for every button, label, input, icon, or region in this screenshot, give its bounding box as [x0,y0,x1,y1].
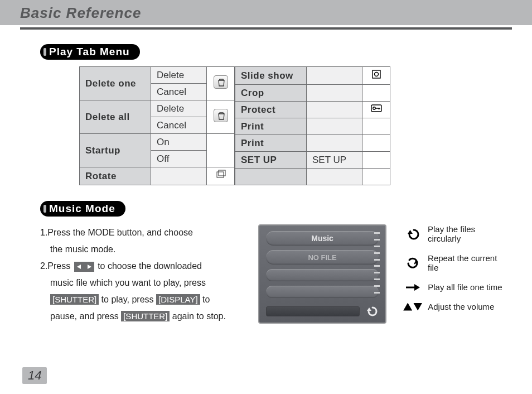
menu-value: Delete [151,100,207,117]
up-down-arrows-icon [405,303,420,311]
menu-value [307,67,362,85]
menu-table-left: Delete one Delete Cancel Delete all Dele… [79,66,235,185]
menu-value: On [151,134,207,151]
svg-point-3 [374,73,378,76]
menu-value [307,135,362,152]
slideshow-icon [371,71,381,81]
key-icon [371,104,382,115]
svg-marker-6 [77,265,81,269]
legend-text: Play all file one time [428,282,502,292]
step-line: music file which you want to play, press [40,275,243,291]
svg-rect-2 [373,70,380,78]
menu-icon-cell [207,100,235,134]
menu-icon-cell [362,118,390,135]
music-mode-steps: 1.Press the MODE button, and choose the … [40,224,243,325]
step-line: pause, and press [SHUTTER] again to stop… [40,308,243,325]
repeat-one-icon [405,257,420,269]
menu-label-setup: SET UP [235,152,307,169]
menu-icon-cell [207,67,235,100]
menu-value [307,102,362,118]
menu-icon-cell [207,134,235,167]
svg-marker-9 [408,230,413,234]
header-bar: Basic Reference [0,0,532,25]
display-key: [DISPLAY] [156,294,200,305]
menu-icon-cell [207,167,235,185]
menu-value [307,118,362,135]
loop-all-icon [405,228,420,240]
menu-icon-cell [362,152,390,169]
legend-text: Play the files circularly [428,224,510,243]
menu-label-startup: Startup [80,134,151,167]
menu-label-protect: Protect [235,102,307,118]
menu-value [307,85,362,102]
left-right-arrows-icon [74,262,94,272]
shutter-key: [SHUTTER] [121,311,170,321]
step-text: 2.Press [40,261,70,271]
svg-marker-12 [414,284,420,291]
svg-rect-0 [217,172,224,177]
icon-legend: Play the files circularly Repeat the cur… [405,224,510,325]
step-line: 1.Press the MODE button, and choose [40,224,243,241]
step-text: pause, and press [50,311,119,321]
svg-point-5 [373,107,375,109]
menu-label-delete-one: Delete one [80,67,151,100]
menu-value [151,167,207,185]
progress-bar [266,306,360,316]
svg-rect-1 [219,170,225,176]
legend-text: Adjust the volume [428,302,494,311]
play-once-icon [405,284,420,291]
screen-title-bar: Music [266,231,379,246]
menu-value: Cancel [151,117,207,134]
screen-empty-bar [266,286,379,298]
menu-value: Cancel [151,84,207,100]
trash-icon [214,75,228,89]
back-icon [365,305,379,318]
shutter-key: [SHUTTER] [50,294,99,305]
step-text: again to stop. [170,311,226,321]
menu-value: Off [151,151,207,167]
menu-label-delete-all: Delete all [80,100,151,134]
menu-label-rotate: Rotate [80,167,151,185]
menu-empty [307,169,362,185]
svg-marker-8 [367,307,371,311]
page-title: Basic Reference [20,4,532,22]
menu-value: Delete [151,67,207,84]
menu-icon-cell [362,135,390,152]
legend-text: Repeat the current file [428,253,510,272]
step-line: the music mode. [40,241,243,258]
volume-scale-icon [374,232,380,294]
screen-empty-bar [266,269,379,281]
svg-marker-7 [88,265,91,269]
trash-icon [214,109,228,122]
menu-label-print: Print [235,118,307,135]
step-text: to play, press [99,295,153,304]
section-play-tab-menu: Play Tab Menu [40,44,140,60]
play-tab-menu-tables: Delete one Delete Cancel Delete all Dele… [79,66,510,185]
step-line: 2.Press to choose the downloaded [40,258,243,275]
menu-label-slideshow: Slide show [235,67,307,85]
menu-table-right: Slide show Crop Protect [235,66,390,185]
menu-icon-cell [362,85,390,102]
music-screen: Music NO FILE [258,224,386,324]
menu-label-print2: Print [235,135,307,152]
section-music-mode: Music Mode [40,201,125,217]
menu-empty [362,169,390,185]
step-text: to choose the downloaded [98,261,202,271]
page-number: 14 [22,367,47,384]
step-line: [SHUTTER] to play, press [DISPLAY] to [40,291,243,308]
screen-file-bar: NO FILE [266,250,379,265]
rotate-icon [215,171,226,182]
step-text: to [200,295,210,304]
menu-label-crop: Crop [235,85,307,102]
menu-value: SET UP [307,152,362,169]
menu-icon-cell [362,67,390,85]
menu-empty [235,169,307,185]
menu-icon-cell [362,102,390,118]
